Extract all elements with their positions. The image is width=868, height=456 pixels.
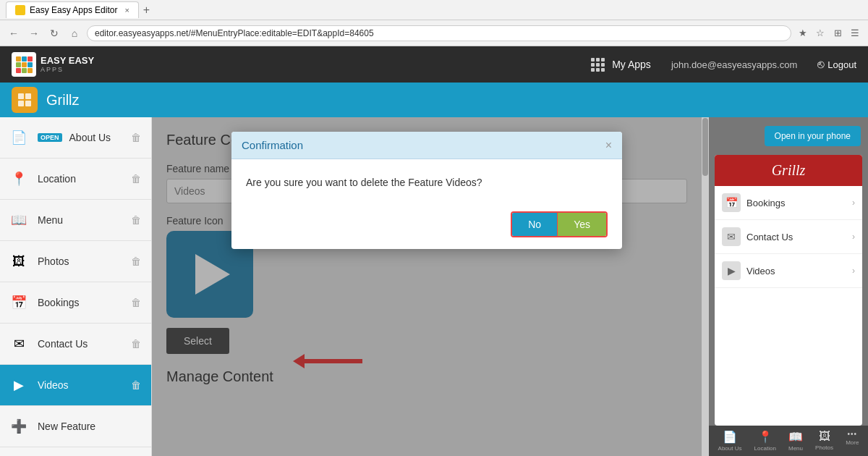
phone-bottom-more[interactable]: ••• More [846, 430, 859, 452]
phone-bottom-location-label: Location [754, 445, 776, 452]
menu-label: Menu [38, 214, 121, 226]
menu-delete-icon[interactable]: 🗑 [128, 213, 144, 227]
phone-bottom-more-icon: ••• [848, 430, 858, 438]
scrollbar-thumb[interactable] [702, 118, 708, 176]
logout-button[interactable]: ⎋ Logout [817, 58, 856, 71]
about-us-delete-icon[interactable]: 🗑 [128, 130, 144, 145]
phone-menu-item-bookings[interactable]: 📅 Bookings › [715, 186, 862, 220]
open-badge: OPEN [38, 133, 62, 142]
about-us-label: About Us [69, 132, 121, 143]
logo-text: EASY EASY [41, 56, 94, 66]
main-content: 📄 OPEN About Us 🗑 📍 Location 🗑 📖 Menu 🗑 … [0, 117, 868, 456]
phone-bookings-icon: 📅 [722, 193, 741, 212]
menu-item-icon: 📖 [7, 208, 30, 232]
phone-bottom-about-label: About Us [718, 445, 742, 452]
sidebar: 📄 OPEN About Us 🗑 📍 Location 🗑 📖 Menu 🗑 … [0, 117, 152, 456]
phone-preview-header: Open in your phone [709, 117, 868, 155]
extensions-icon[interactable]: ⊞ [830, 26, 845, 41]
logout-icon: ⎋ [817, 58, 825, 71]
browser-tab[interactable]: Easy Easy Apps Editor × [6, 1, 139, 18]
phone-bottom-location-icon: 📍 [758, 430, 773, 444]
sidebar-item-bookings[interactable]: 📅 Bookings 🗑 [0, 282, 151, 324]
menu-icon[interactable]: ☰ [848, 26, 862, 41]
modal-message: Are you sure you want to delete the Feat… [246, 177, 482, 188]
forward-button[interactable]: → [26, 25, 42, 41]
phone-menu-item-videos[interactable]: ▶ Videos › [715, 254, 862, 288]
app-logo-inner [18, 93, 31, 106]
phone-bottom-about[interactable]: 📄 About Us [718, 430, 742, 452]
videos-delete-icon[interactable]: 🗑 [128, 378, 144, 392]
sidebar-item-menu[interactable]: 📖 Menu 🗑 [0, 200, 151, 241]
tab-close-button[interactable]: × [124, 6, 129, 14]
modal-close-button[interactable]: × [605, 140, 612, 151]
browser-toolbar: ← → ↻ ⌂ editor.easyeasyapps.net/#MenuEnt… [0, 20, 868, 46]
phone-bookings-chevron: › [852, 198, 855, 208]
address-bar-url: editor.easyeasyapps.net/#MenuEntryPlace:… [95, 28, 374, 38]
phone-bookings-label: Bookings [746, 198, 846, 208]
secondary-nav: Grillz [0, 83, 868, 117]
location-label: Location [38, 173, 121, 185]
new-feature-icon: ➕ [7, 415, 30, 438]
content-area: Feature Co Feature name Feature Icon Sel… [152, 117, 702, 456]
phone-bottom-photos-icon: 🖼 [819, 430, 830, 443]
app-logo [12, 87, 38, 113]
phone-menu-item-contact-us[interactable]: ✉ Contact Us › [715, 220, 862, 254]
home-button[interactable]: ⌂ [67, 25, 82, 41]
bookmark-icon[interactable]: ☆ [813, 26, 827, 41]
phone-contact-label: Contact Us [746, 232, 846, 242]
new-feature-label: New Feature [38, 421, 144, 432]
phone-bottom-bar: 📄 About Us 📍 Location 📖 Menu 🖼 Photos ••… [709, 426, 868, 456]
tab-title: Easy Easy Apps Editor [30, 5, 117, 15]
sidebar-item-location[interactable]: 📍 Location 🗑 [0, 159, 151, 200]
user-email: john.doe@easyeasyapps.com [671, 59, 797, 70]
modal-overlay: Confirmation × Are you sure you want to … [152, 117, 702, 456]
refresh-button[interactable]: ↻ [46, 25, 62, 41]
phone-contact-icon: ✉ [722, 227, 741, 246]
videos-icon: ▶ [7, 373, 30, 397]
phone-screen: Grillz 📅 Bookings › ✉ Contact Us › ▶ Vid… [715, 155, 862, 426]
sidebar-item-videos[interactable]: ▶ Videos 🗑 [0, 365, 151, 406]
browser-titlebar: Easy Easy Apps Editor × + [0, 0, 868, 20]
logo-sub: APPS [41, 66, 94, 73]
phone-bottom-location[interactable]: 📍 Location [754, 430, 776, 452]
contact-us-icon: ✉ [7, 332, 30, 355]
location-delete-icon[interactable]: 🗑 [128, 172, 144, 186]
open-in-phone-button[interactable]: Open in your phone [765, 126, 861, 146]
myapps-label: My Apps [612, 59, 651, 70]
grid-icon [591, 58, 605, 72]
back-button[interactable]: ← [6, 25, 22, 41]
location-icon: 📍 [7, 167, 30, 190]
modal-yes-button[interactable]: Yes [558, 213, 606, 236]
photos-delete-icon[interactable]: 🗑 [128, 254, 144, 269]
phone-bottom-menu-icon: 📖 [788, 430, 803, 444]
tab-favicon [15, 5, 25, 15]
new-tab-button[interactable]: + [143, 4, 150, 17]
phone-bottom-photos[interactable]: 🖼 Photos [815, 430, 833, 452]
bookings-delete-icon[interactable]: 🗑 [128, 295, 144, 310]
videos-label: Videos [38, 379, 121, 391]
phone-preview: Open in your phone Grillz 📅 Bookings › ✉… [709, 117, 868, 456]
star-icon[interactable]: ★ [796, 26, 810, 41]
sidebar-item-about-us[interactable]: 📄 OPEN About Us 🗑 [0, 117, 151, 159]
sidebar-item-photos[interactable]: 🖼 Photos 🗑 [0, 241, 151, 282]
sidebar-item-contact-us[interactable]: ✉ Contact Us 🗑 [0, 324, 151, 365]
myapps-nav[interactable]: My Apps [591, 58, 651, 72]
phone-bottom-menu[interactable]: 📖 Menu [788, 430, 803, 452]
modal-dialog: Confirmation × Are you sure you want to … [231, 132, 622, 249]
phone-bottom-more-label: More [846, 439, 859, 446]
phone-videos-label: Videos [746, 266, 846, 276]
browser-icons: ★ ☆ ⊞ ☰ [796, 26, 862, 41]
phone-videos-chevron: › [852, 266, 855, 276]
address-bar[interactable]: editor.easyeasyapps.net/#MenuEntryPlace:… [87, 25, 791, 41]
sidebar-item-new-feature[interactable]: ➕ New Feature [0, 406, 151, 447]
modal-no-button[interactable]: No [512, 213, 558, 236]
logo-text-group: EASY EASY APPS [41, 56, 94, 73]
modal-header: Confirmation × [231, 132, 622, 159]
scrollbar-track[interactable] [702, 117, 709, 456]
contact-us-delete-icon[interactable]: 🗑 [128, 337, 144, 351]
modal-body: Are you sure you want to delete the Feat… [231, 159, 622, 203]
app-name: Grillz [46, 92, 80, 109]
bookings-icon: 📅 [7, 291, 30, 314]
contact-us-label: Contact Us [38, 338, 121, 350]
phone-bottom-photos-label: Photos [815, 444, 833, 451]
